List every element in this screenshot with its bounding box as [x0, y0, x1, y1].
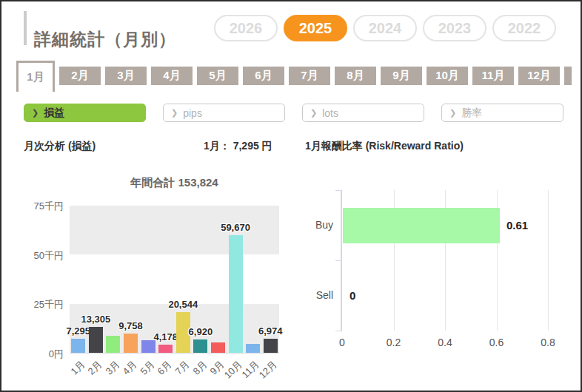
axis-tick [335, 331, 341, 331]
category-label-sell: Sell [304, 289, 333, 301]
axis-tick [335, 190, 341, 191]
bar-buy[interactable] [343, 208, 500, 243]
x-axis-label: 0.8 [541, 337, 555, 348]
bar-value-label: 0 [349, 289, 355, 302]
axis-tick [335, 260, 341, 261]
y-axis-line [341, 190, 342, 331]
bar-value-label: 0.61 [506, 219, 528, 232]
page: 詳細統計（月別） 20262025202420232022 1月2月3月4月5月… [0, 0, 582, 392]
x-axis-label: 0.4 [438, 337, 452, 348]
gridline [548, 190, 549, 331]
x-axis-label: 0 [339, 337, 345, 348]
category-label-buy: Buy [304, 219, 333, 231]
risk-reward-chart: 00.20.40.60.8Buy0.61Sell0 [1, 1, 582, 392]
x-axis-label: 0.6 [489, 337, 504, 348]
x-axis-label: 0.2 [387, 337, 401, 348]
